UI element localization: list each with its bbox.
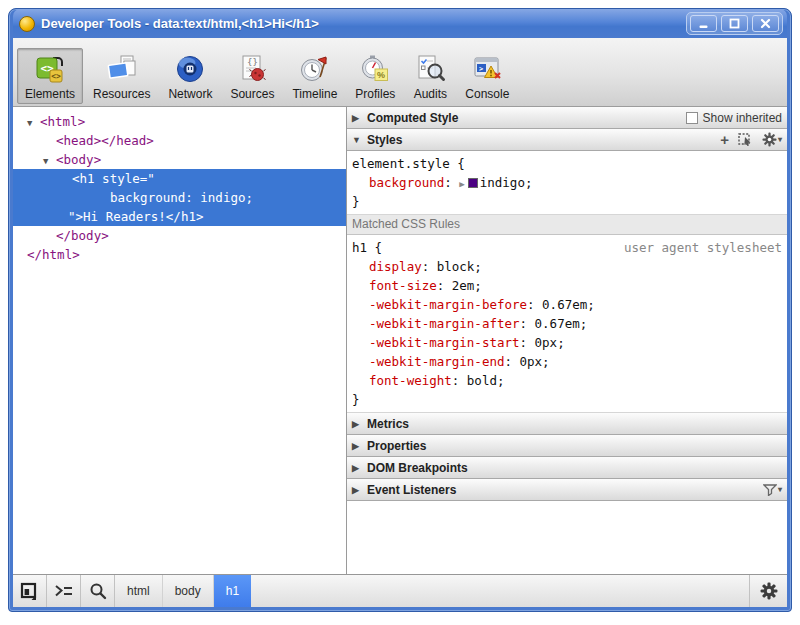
dom-node-head[interactable]: <head></head>: [13, 131, 346, 150]
dropdown-arrow-icon: ▾: [778, 485, 782, 494]
svg-text:<>: <>: [51, 72, 61, 81]
tab-sources[interactable]: {} Sources: [222, 48, 282, 104]
settings-button[interactable]: [749, 575, 787, 607]
dom-tree-panel: ▼<html> <head></head> ▼<body> <h1 style=…: [13, 107, 346, 574]
elements-icon: <> <>: [33, 52, 67, 86]
dom-node-body-close[interactable]: </body>: [13, 226, 346, 245]
event-listeners-header[interactable]: ▶ Event Listeners ▾: [347, 479, 787, 501]
inspect-element-button[interactable]: [81, 575, 115, 607]
magnifier-icon: [89, 582, 107, 600]
styles-gear-menu-button[interactable]: ▾: [762, 132, 782, 147]
tab-timeline[interactable]: Timeline: [284, 48, 345, 104]
dom-node-html-close[interactable]: </html>: [13, 245, 346, 264]
window-controls: [686, 12, 783, 35]
style-property-row[interactable]: -webkit-margin-start: 0px;: [352, 333, 782, 352]
style-property-row[interactable]: -webkit-margin-after: 0.67em;: [352, 314, 782, 333]
event-listener-filter-button[interactable]: ▾: [763, 484, 782, 496]
show-inherited-checkbox[interactable]: [686, 112, 698, 124]
collapse-arrow-icon: ▶: [352, 485, 362, 495]
h1-user-agent-rule: user agent stylesheeth1 { display: block…: [347, 235, 787, 413]
titlebar: Developer Tools - data:text/html,<h1>Hi<…: [13, 9, 787, 38]
statusbar: html body h1: [13, 574, 787, 607]
devtools-window: Developer Tools - data:text/html,<h1>Hi<…: [8, 8, 792, 612]
dom-node-html-open[interactable]: ▼<html>: [13, 112, 346, 131]
dock-toggle-button[interactable]: [13, 575, 47, 607]
minimize-icon: [697, 17, 710, 30]
breadcrumb-h1[interactable]: h1: [214, 575, 251, 607]
sources-icon: {}: [235, 52, 269, 86]
color-swatch[interactable]: [468, 178, 478, 188]
statusbar-spacer: [251, 575, 749, 607]
console-icon: >: [470, 52, 504, 86]
svg-text:%: %: [377, 70, 385, 80]
collapse-arrow-icon: ▶: [352, 419, 362, 429]
tab-label: Network: [168, 87, 212, 101]
svg-text:>: >: [479, 65, 483, 73]
expander-icon[interactable]: ▼: [43, 152, 56, 171]
tab-resources[interactable]: Resources: [85, 48, 158, 104]
tab-profiles[interactable]: % Profiles: [347, 48, 403, 104]
styles-sidebar: ▶ Computed Style Show inherited ▼ Styles…: [347, 107, 787, 574]
style-property-row[interactable]: background: ▶indigo;: [352, 173, 782, 192]
collapse-arrow-icon: ▶: [352, 441, 362, 451]
rule-close-brace: }: [352, 192, 782, 211]
tab-label: Resources: [93, 87, 150, 101]
dom-node-body-open[interactable]: ▼<body>: [13, 150, 346, 169]
network-icon: [173, 52, 207, 86]
tab-elements[interactable]: <> <> Elements: [17, 48, 83, 104]
dropdown-arrow-icon: ▾: [778, 135, 782, 144]
window-title: Developer Tools - data:text/html,<h1>Hi<…: [41, 16, 680, 31]
dock-icon: [20, 582, 39, 601]
dom-node-h1-style-attr[interactable]: background: indigo;: [13, 188, 346, 207]
computed-style-header[interactable]: ▶ Computed Style Show inherited: [347, 107, 787, 129]
profiles-icon: %: [358, 52, 392, 86]
minimize-button[interactable]: [690, 15, 717, 32]
properties-header[interactable]: ▶ Properties: [347, 435, 787, 457]
breadcrumb-html[interactable]: html: [115, 575, 163, 607]
section-title: DOM Breakpoints: [367, 461, 468, 475]
section-title: Properties: [367, 439, 426, 453]
tab-label: Elements: [25, 87, 75, 101]
metrics-header[interactable]: ▶ Metrics: [347, 413, 787, 435]
tab-label: Timeline: [292, 87, 337, 101]
style-property-row[interactable]: display: block;: [352, 257, 782, 276]
maximize-button[interactable]: [721, 15, 748, 32]
main-content: ▼<html> <head></head> ▼<body> <h1 style=…: [13, 107, 787, 574]
matched-css-rules-label: Matched CSS Rules: [347, 215, 787, 235]
tab-label: Profiles: [355, 87, 395, 101]
timeline-icon: [298, 52, 332, 86]
resources-icon: [105, 52, 139, 86]
collapse-arrow-icon: ▼: [352, 135, 362, 145]
section-title: Metrics: [367, 417, 409, 431]
tab-network[interactable]: Network: [160, 48, 220, 104]
close-button[interactable]: [752, 15, 779, 32]
tab-label: Audits: [414, 87, 447, 101]
style-property-row[interactable]: font-weight: bold;: [352, 371, 782, 390]
rule-close-brace: }: [352, 390, 782, 409]
rule-selector-line[interactable]: user agent stylesheeth1 {: [352, 238, 782, 257]
new-style-rule-button[interactable]: +: [720, 132, 729, 147]
console-toggle-button[interactable]: [47, 575, 81, 607]
section-title: Styles: [367, 133, 402, 147]
element-style-rule: element.style { background: ▶indigo; }: [347, 151, 787, 215]
devtools-toolbar: <> <> Elements Resources: [13, 38, 787, 107]
style-property-row[interactable]: -webkit-margin-end: 0px;: [352, 352, 782, 371]
stylesheet-origin: user agent stylesheet: [624, 238, 782, 257]
expand-shorthand-icon[interactable]: ▶: [459, 179, 464, 189]
breadcrumb-body[interactable]: body: [163, 575, 214, 607]
styles-header[interactable]: ▼ Styles +: [347, 129, 787, 151]
collapse-arrow-icon: ▶: [352, 113, 362, 123]
rule-selector[interactable]: element.style {: [352, 154, 782, 173]
show-inherited-label: Show inherited: [703, 111, 782, 125]
expander-icon[interactable]: ▼: [27, 114, 40, 133]
dom-breakpoints-header[interactable]: ▶ DOM Breakpoints: [347, 457, 787, 479]
dom-node-h1-selected[interactable]: <h1 style=": [13, 169, 346, 188]
settings-gear-icon: [760, 582, 778, 600]
tab-label: Console: [465, 87, 509, 101]
style-property-row[interactable]: -webkit-margin-before: 0.67em;: [352, 295, 782, 314]
tab-console[interactable]: > Console: [457, 48, 517, 104]
element-state-button[interactable]: [738, 133, 753, 146]
style-property-row[interactable]: font-size: 2em;: [352, 276, 782, 295]
tab-audits[interactable]: Audits: [405, 48, 455, 104]
dom-node-h1-text[interactable]: ">Hi Readers!</h1>: [13, 207, 346, 226]
